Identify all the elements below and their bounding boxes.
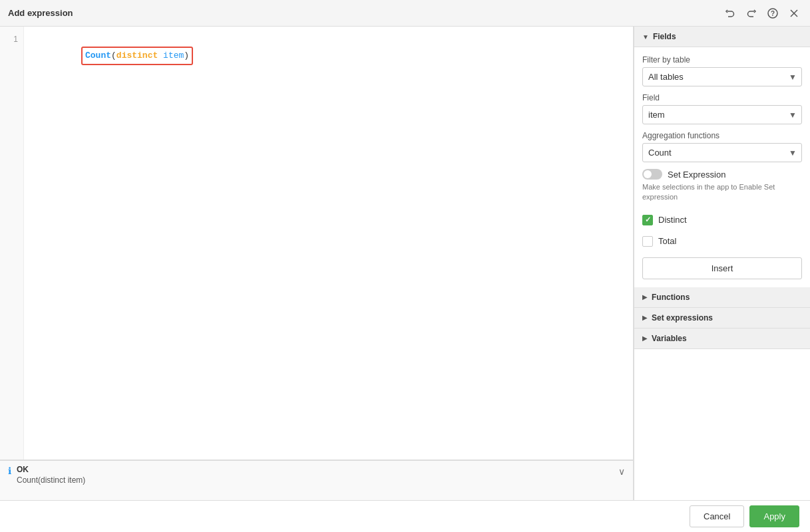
field-group: Field item ▼	[642, 93, 802, 124]
info-icon: ℹ	[8, 466, 11, 476]
close-button[interactable]	[786, 5, 802, 21]
field-select[interactable]: item	[642, 105, 802, 124]
editor-pane: 1 Count(distinct item) ℹ OK Count(distin…	[0, 27, 634, 532]
functions-section-label: Functions	[652, 293, 690, 302]
distinct-label: Distinct	[658, 215, 687, 225]
redo-button[interactable]	[743, 5, 759, 21]
distinct-checkbox-group[interactable]: Distinct	[642, 215, 802, 225]
total-label: Total	[658, 236, 676, 246]
close-icon	[789, 8, 799, 19]
filter-by-table-label: Filter by table	[642, 55, 802, 65]
apply-button[interactable]: Apply	[749, 505, 799, 527]
line-numbers: 1	[0, 27, 24, 460]
total-checkbox-group[interactable]: Total	[642, 236, 802, 247]
filter-by-table-select[interactable]: All tables	[642, 67, 802, 86]
editor-main: 1 Count(distinct item)	[0, 27, 633, 460]
code-variable-item: item	[163, 51, 184, 61]
code-function: Count	[85, 51, 111, 61]
titlebar: Add expression ?	[0, 0, 810, 27]
functions-chevron-icon: ▶	[642, 293, 648, 301]
status-area: ℹ OK Count(distinct item) ∨	[0, 460, 633, 500]
cancel-button[interactable]: Cancel	[690, 505, 744, 527]
aggregation-select[interactable]: Count	[642, 143, 802, 162]
filter-by-table-select-wrapper: All tables ▼	[642, 67, 802, 86]
code-expression: Count(distinct item)	[81, 47, 193, 65]
variables-section-header[interactable]: ▶ Variables	[634, 329, 810, 349]
filter-by-table-group: Filter by table All tables ▼	[642, 55, 802, 86]
field-label: Field	[642, 93, 802, 102]
line-number-1: 1	[0, 32, 18, 47]
set-expressions-section-header[interactable]: ▶ Set expressions	[634, 308, 810, 329]
fields-section-label: Fields	[653, 32, 676, 41]
set-expression-hint: Make selections in the app to Enable Set…	[642, 182, 802, 203]
help-icon: ?	[767, 8, 778, 19]
dialog-title: Add expression	[8, 8, 73, 18]
insert-button[interactable]: Insert	[642, 257, 802, 279]
svg-text:?: ?	[771, 10, 775, 17]
fields-body: Filter by table All tables ▼ Field	[634, 47, 810, 287]
help-button[interactable]: ?	[765, 5, 781, 21]
fields-section-header[interactable]: ▼ Fields	[634, 27, 810, 47]
status-ok-label: OK	[17, 465, 613, 474]
aggregation-select-wrapper: Count ▼	[642, 143, 802, 162]
variables-section: ▶ Variables	[634, 329, 810, 349]
content-area: 1 Count(distinct item) ℹ OK Count(distin…	[0, 27, 810, 532]
status-expression: Count(distinct item)	[17, 475, 613, 485]
set-expression-toggle-switch[interactable]	[642, 169, 662, 180]
right-panel: ▼ Fields Filter by table All tables ▼	[634, 27, 810, 532]
status-bar: ℹ OK Count(distinct item) ∨	[0, 460, 633, 500]
titlebar-actions: ?	[722, 5, 802, 21]
distinct-checkbox[interactable]	[642, 215, 653, 225]
total-checkbox[interactable]	[642, 236, 653, 247]
status-content: OK Count(distinct item)	[17, 465, 613, 485]
set-expression-section: Set Expression Make selections in the ap…	[642, 169, 802, 208]
fields-section: ▼ Fields Filter by table All tables ▼	[634, 27, 810, 287]
set-expressions-chevron-icon: ▶	[642, 314, 648, 321]
aggregation-group: Aggregation functions Count ▼	[642, 131, 802, 162]
fields-chevron-icon: ▼	[642, 33, 649, 41]
set-expression-toggle: Set Expression	[642, 169, 802, 180]
set-expressions-section: ▶ Set expressions	[634, 308, 810, 329]
undo-button[interactable]	[722, 5, 738, 21]
code-keyword-distinct: distinct	[116, 51, 158, 61]
code-editor[interactable]: Count(distinct item)	[24, 27, 633, 460]
set-expressions-section-label: Set expressions	[652, 313, 713, 323]
functions-section-header[interactable]: ▶ Functions	[634, 287, 810, 308]
functions-section: ▶ Functions	[634, 287, 810, 308]
set-expression-label: Set Expression	[668, 170, 725, 180]
variables-section-label: Variables	[652, 334, 687, 343]
variables-chevron-icon: ▶	[642, 334, 648, 342]
status-chevron-icon[interactable]: ∨	[618, 466, 625, 477]
undo-icon	[725, 8, 735, 19]
redo-icon	[746, 8, 757, 19]
bottom-bar: Cancel Apply	[0, 500, 810, 532]
aggregation-label: Aggregation functions	[642, 131, 802, 140]
field-select-wrapper: item ▼	[642, 105, 802, 124]
